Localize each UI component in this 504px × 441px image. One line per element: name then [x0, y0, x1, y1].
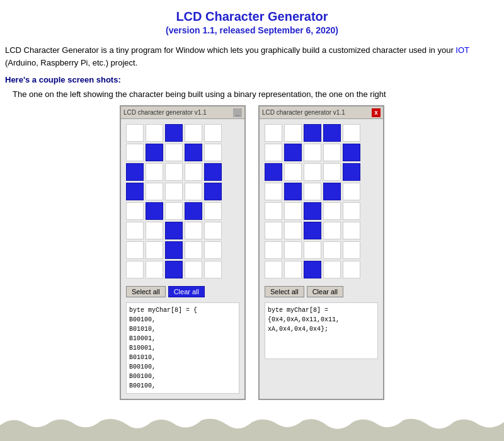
pixel-cell[interactable]	[165, 163, 183, 181]
pixel-cell[interactable]	[284, 183, 302, 200]
pixel-cell[interactable]	[146, 222, 163, 239]
pixel-cell[interactable]	[185, 183, 202, 200]
pixel-cell[interactable]	[146, 202, 163, 220]
page-subtitle: (version 1.1, released September 6, 2020…	[0, 25, 504, 35]
pixel-cell[interactable]	[284, 202, 302, 220]
pixel-cell[interactable]	[284, 261, 302, 278]
pixel-cell[interactable]	[265, 261, 282, 278]
page-title: LCD Character Generator	[0, 0, 504, 25]
pixel-cell[interactable]	[284, 124, 302, 142]
pixel-cell[interactable]	[185, 202, 202, 220]
pixel-cell[interactable]	[204, 163, 222, 181]
grid-area-1	[121, 119, 244, 284]
pixel-cell[interactable]	[304, 241, 321, 259]
pixel-cell[interactable]	[126, 222, 144, 239]
pixel-cell[interactable]	[284, 144, 302, 161]
pixel-cell[interactable]	[343, 183, 360, 200]
pixel-cell[interactable]	[126, 202, 144, 220]
screenshot-description: The one on the left showing the characte…	[0, 87, 504, 105]
pixel-cell[interactable]	[343, 222, 360, 239]
titlebar-2: LCD character generator v1.1 x	[260, 106, 383, 119]
pixel-cell[interactable]	[165, 183, 183, 200]
titlebar-1-text: LCD character generator v1.1	[123, 109, 233, 116]
pixel-cell[interactable]	[126, 261, 144, 278]
pixel-cell[interactable]	[126, 163, 144, 181]
pixel-cell[interactable]	[185, 261, 202, 278]
clear-all-btn-2[interactable]: Clear all	[307, 286, 343, 297]
pixel-cell[interactable]	[304, 222, 321, 239]
pixel-cell[interactable]	[146, 144, 163, 161]
pixel-grid-2	[265, 124, 378, 278]
pixel-cell[interactable]	[323, 202, 341, 220]
pixel-cell[interactable]	[343, 144, 360, 161]
pixel-cell[interactable]	[165, 124, 183, 142]
pixel-cell[interactable]	[185, 144, 202, 161]
pixel-cell[interactable]	[323, 144, 341, 161]
pixel-cell[interactable]	[126, 144, 144, 161]
pixel-cell[interactable]	[284, 222, 302, 239]
pixel-cell[interactable]	[304, 261, 321, 278]
pixel-cell[interactable]	[304, 144, 321, 161]
minimize-btn-1[interactable]: _	[233, 108, 242, 117]
torn-edge	[0, 416, 504, 441]
pixel-cell[interactable]	[146, 241, 163, 259]
pixel-cell[interactable]	[126, 183, 144, 200]
pixel-cell[interactable]	[304, 124, 321, 142]
titlebar-2-text: LCD character generator v1.1	[262, 109, 372, 116]
pixel-cell[interactable]	[343, 124, 360, 142]
pixel-cell[interactable]	[204, 261, 222, 278]
pixel-cell[interactable]	[204, 144, 222, 161]
select-all-btn-2[interactable]: Select all	[265, 286, 304, 297]
pixel-cell[interactable]	[323, 183, 341, 200]
pixel-cell[interactable]	[126, 124, 144, 142]
pixel-cell[interactable]	[204, 241, 222, 259]
pixel-cell[interactable]	[165, 261, 183, 278]
clear-all-btn-1[interactable]: Clear all	[168, 286, 205, 297]
pixel-cell[interactable]	[165, 222, 183, 239]
pixel-cell[interactable]	[265, 144, 282, 161]
screenshots-row: LCD character generator v1.1 _ Select al…	[0, 105, 504, 400]
pixel-cell[interactable]	[304, 183, 321, 200]
pixel-cell[interactable]	[185, 222, 202, 239]
pixel-cell[interactable]	[265, 183, 282, 200]
pixel-cell[interactable]	[343, 163, 360, 181]
pixel-cell[interactable]	[165, 241, 183, 259]
lcd-window-2: LCD character generator v1.1 x Select al…	[258, 105, 384, 400]
pixel-cell[interactable]	[185, 124, 202, 142]
pixel-cell[interactable]	[265, 163, 282, 181]
pixel-cell[interactable]	[204, 124, 222, 142]
pixel-cell[interactable]	[265, 241, 282, 259]
pixel-cell[interactable]	[323, 222, 341, 239]
pixel-cell[interactable]	[146, 124, 163, 142]
pixel-cell[interactable]	[323, 261, 341, 278]
pixel-cell[interactable]	[304, 202, 321, 220]
pixel-cell[interactable]	[146, 183, 163, 200]
select-all-btn-1[interactable]: Select all	[126, 286, 166, 297]
pixel-cell[interactable]	[204, 222, 222, 239]
pixel-cell[interactable]	[284, 163, 302, 181]
pixel-cell[interactable]	[284, 241, 302, 259]
pixel-cell[interactable]	[126, 241, 144, 259]
pixel-cell[interactable]	[204, 202, 222, 220]
pixel-cell[interactable]	[265, 222, 282, 239]
iot-link[interactable]: IOT	[455, 45, 469, 55]
pixel-cell[interactable]	[343, 241, 360, 259]
pixel-cell[interactable]	[165, 144, 183, 161]
pixel-cell[interactable]	[165, 202, 183, 220]
buttons-row-2: Select all Clear all	[260, 284, 383, 300]
pixel-cell[interactable]	[323, 124, 341, 142]
pixel-cell[interactable]	[204, 183, 222, 200]
pixel-cell[interactable]	[343, 202, 360, 220]
pixel-cell[interactable]	[185, 241, 202, 259]
pixel-cell[interactable]	[265, 202, 282, 220]
pixel-cell[interactable]	[265, 124, 282, 142]
pixel-cell[interactable]	[323, 163, 341, 181]
pixel-cell[interactable]	[343, 261, 360, 278]
pixel-cell[interactable]	[323, 241, 341, 259]
pixel-cell[interactable]	[146, 261, 163, 278]
pixel-cell[interactable]	[146, 163, 163, 181]
code-area-2: byte myChar[8] = {0x4,0xA,0x11,0x11, xA,…	[265, 302, 378, 359]
pixel-cell[interactable]	[304, 163, 321, 181]
close-btn-2[interactable]: x	[372, 108, 381, 117]
pixel-cell[interactable]	[185, 163, 202, 181]
